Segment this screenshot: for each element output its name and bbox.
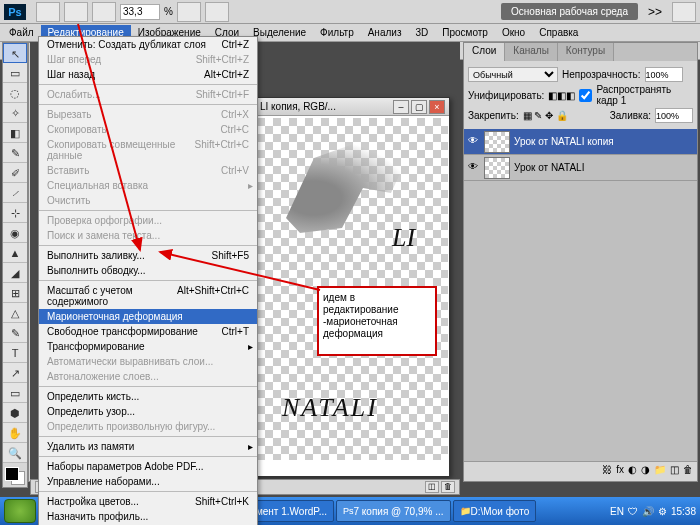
tab-layers[interactable]: Слои <box>464 43 505 61</box>
zoom-input[interactable] <box>120 4 160 20</box>
tool-eyedropper[interactable]: ✎ <box>3 143 27 163</box>
folder-icon[interactable]: 📁 <box>654 464 666 479</box>
tool-wand[interactable]: ✧ <box>3 103 27 123</box>
tool-heal[interactable]: ✐ <box>3 163 27 183</box>
adjustment-icon[interactable]: ◑ <box>641 464 650 479</box>
menu-view[interactable]: Просмотр <box>435 25 495 40</box>
minimize-icon[interactable]: – <box>393 100 409 114</box>
tool-lasso[interactable]: ◌ <box>3 83 27 103</box>
tool-stamp[interactable]: ⊹ <box>3 203 27 223</box>
dd-autoalign[interactable]: Автоматически выравнивать слои... <box>39 354 257 369</box>
tab-paths[interactable]: Контуры <box>558 43 614 61</box>
tool-eraser[interactable]: ▲ <box>3 243 27 263</box>
tool-gradient[interactable]: ◢ <box>3 263 27 283</box>
dd-step-forward[interactable]: Шаг впередShift+Ctrl+Z <box>39 52 257 67</box>
tool-marquee[interactable]: ▭ <box>3 63 27 83</box>
trash-icon[interactable]: 🗑 <box>683 464 693 479</box>
task-folder[interactable]: 📁 D:\Мои фото <box>453 500 537 522</box>
tray-lang[interactable]: EN <box>610 506 624 517</box>
visibility-icon[interactable]: 👁 <box>466 135 480 149</box>
menu-file[interactable]: Файл <box>2 25 41 40</box>
dd-fade[interactable]: Ослабить...Shift+Ctrl+F <box>39 87 257 102</box>
dd-clear[interactable]: Очистить <box>39 193 257 208</box>
tool-3d[interactable]: ⬢ <box>3 403 27 423</box>
menu-help[interactable]: Справка <box>532 25 585 40</box>
mask-icon[interactable]: ◐ <box>628 464 637 479</box>
tool-hand[interactable]: ✋ <box>3 423 27 443</box>
newlayer-icon[interactable]: ◫ <box>670 464 679 479</box>
maximize-icon[interactable]: ▢ <box>411 100 427 114</box>
dd-cut[interactable]: ВырезатьCtrl+X <box>39 107 257 122</box>
tool-zoom[interactable]: 🔍 <box>3 443 27 463</box>
dd-free-transform[interactable]: Свободное трансформированиеCtrl+T <box>39 324 257 339</box>
workspace-switcher[interactable]: Основная рабочая среда <box>501 3 638 20</box>
dd-stroke[interactable]: Выполнить обводку... <box>39 263 257 278</box>
task-photoshop[interactable]: Ps 7 копия @ 70,9% ... <box>336 500 451 522</box>
dd-step-back[interactable]: Шаг назадAlt+Ctrl+Z <box>39 67 257 82</box>
dd-puppet-warp[interactable]: Марионеточная деформация <box>39 309 257 324</box>
tray-clock[interactable]: 15:38 <box>671 506 696 517</box>
dd-pdf-presets[interactable]: Наборы параметров Adobe PDF... <box>39 459 257 474</box>
layer-item-2[interactable]: 👁 Урок от NATALI <box>464 155 697 181</box>
dd-preset-manager[interactable]: Управление наборами... <box>39 474 257 489</box>
dd-define-pattern[interactable]: Определить узор... <box>39 404 257 419</box>
tool-crop[interactable]: ◧ <box>3 123 27 143</box>
tool-shape[interactable]: ▭ <box>3 383 27 403</box>
dd-assign-profile[interactable]: Назначить профиль... <box>39 509 257 524</box>
opacity-input[interactable] <box>645 67 683 82</box>
color-swatch[interactable] <box>3 465 27 487</box>
tray-icon-3[interactable]: ⚙ <box>658 506 667 517</box>
option-btn-1[interactable] <box>36 2 60 22</box>
tool-brush[interactable]: ⟋ <box>3 183 27 203</box>
dd-define-shape[interactable]: Определить произвольную фигуру... <box>39 419 257 434</box>
document-titlebar[interactable]: LI копия, RGB/... – ▢ × <box>256 98 449 116</box>
menu-3d[interactable]: 3D <box>408 25 435 40</box>
tool-blur[interactable]: ⊞ <box>3 283 27 303</box>
option-btn-6[interactable] <box>672 2 696 22</box>
layer-name[interactable]: Урок от NATALI копия <box>514 136 614 147</box>
fx-icon[interactable]: fx <box>616 464 624 479</box>
tool-move[interactable]: ↖ <box>3 43 27 63</box>
dd-autoblend[interactable]: Автоналожение слоев... <box>39 369 257 384</box>
system-tray[interactable]: EN 🛡 🔊 ⚙ 15:38 <box>610 506 696 517</box>
tool-dodge[interactable]: △ <box>3 303 27 323</box>
tl-trash-icon[interactable]: 🗑 <box>441 481 455 493</box>
dd-paste[interactable]: ВставитьCtrl+V <box>39 163 257 178</box>
dd-copy[interactable]: СкопироватьCtrl+C <box>39 122 257 137</box>
menu-filter[interactable]: Фильтр <box>313 25 361 40</box>
tray-icon-1[interactable]: 🛡 <box>628 506 638 517</box>
tab-channels[interactable]: Каналы <box>505 43 558 61</box>
tool-pen[interactable]: ✎ <box>3 323 27 343</box>
dd-define-brush[interactable]: Определить кисть... <box>39 389 257 404</box>
blend-mode-select[interactable]: Обычный <box>468 67 558 82</box>
layer-thumb[interactable] <box>484 157 510 179</box>
menu-window[interactable]: Окно <box>495 25 532 40</box>
layer-item-1[interactable]: 👁 Урок от NATALI копия <box>464 129 697 155</box>
dd-fill[interactable]: Выполнить заливку...Shift+F5 <box>39 248 257 263</box>
dd-find[interactable]: Поиск и замена текста... <box>39 228 257 243</box>
dd-content-aware-scale[interactable]: Масштаб с учетом содержимогоAlt+Shift+Ct… <box>39 283 257 309</box>
chevrons-icon[interactable]: >> <box>648 5 662 19</box>
tl-new-icon[interactable]: ◫ <box>425 481 439 493</box>
option-btn-5[interactable] <box>205 2 229 22</box>
visibility-icon[interactable]: 👁 <box>466 161 480 175</box>
fill-input[interactable] <box>655 108 693 123</box>
close-icon[interactable]: × <box>429 100 445 114</box>
dd-paste-special[interactable]: Специальная вставка▸ <box>39 178 257 193</box>
tool-path[interactable]: ↗ <box>3 363 27 383</box>
dd-purge[interactable]: Удалить из памяти▸ <box>39 439 257 454</box>
dd-transform[interactable]: Трансформирование▸ <box>39 339 257 354</box>
tool-history[interactable]: ◉ <box>3 223 27 243</box>
tray-icon-2[interactable]: 🔊 <box>642 506 654 517</box>
dd-spell[interactable]: Проверка орфографии... <box>39 213 257 228</box>
option-btn-2[interactable] <box>64 2 88 22</box>
tool-type[interactable]: T <box>3 343 27 363</box>
layer-thumb[interactable] <box>484 131 510 153</box>
menu-analysis[interactable]: Анализ <box>361 25 409 40</box>
dd-undo[interactable]: Отменить: Создать дубликат слояCtrl+Z <box>39 37 257 52</box>
dd-color-settings[interactable]: Настройка цветов...Shift+Ctrl+K <box>39 494 257 509</box>
layer-name[interactable]: Урок от NATALI <box>514 162 584 173</box>
dd-copy-merged[interactable]: Скопировать совмещенные данныеShift+Ctrl… <box>39 137 257 163</box>
link-icon[interactable]: ⛓ <box>602 464 612 479</box>
option-btn-3[interactable] <box>92 2 116 22</box>
